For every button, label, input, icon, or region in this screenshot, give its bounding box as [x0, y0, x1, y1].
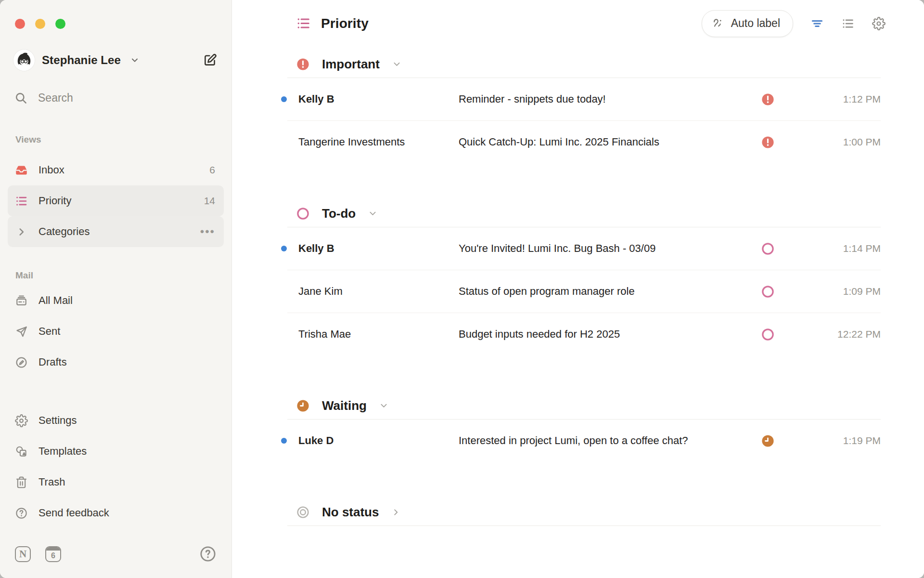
email-row[interactable]: Kelly B You're Invited! Lumi Inc. Bug Ba… [287, 227, 881, 270]
sidebar-item-label: Trash [38, 476, 65, 488]
email-time: 1:00 PM [799, 136, 881, 148]
group-label: Important [322, 57, 380, 72]
email-row[interactable]: Tangerine Investments Quick Catch-Up: Lu… [287, 120, 881, 163]
group-todo: To-do Kelly B You're Invited! Lumi Inc. … [287, 200, 881, 355]
todo-badge-icon[interactable] [761, 285, 775, 299]
user-name: Stephanie Lee [42, 53, 121, 67]
search-input[interactable]: Search [8, 90, 224, 105]
email-sender: Trisha Mae [298, 328, 459, 341]
gear-icon[interactable] [872, 17, 886, 30]
sidebar-item-label: Templates [38, 445, 87, 458]
help-circle-icon [15, 507, 28, 520]
filter-icon[interactable] [810, 17, 824, 30]
group-header-todo[interactable]: To-do [287, 200, 881, 227]
unread-dot [281, 438, 287, 444]
email-row[interactable]: Trisha Mae Budget inputs needed for H2 2… [287, 313, 881, 355]
important-badge-icon[interactable] [761, 92, 775, 106]
page-title: Priority [321, 16, 369, 31]
zoom-window-button[interactable] [55, 19, 65, 29]
email-time: 12:22 PM [799, 328, 881, 340]
sidebar-item-all-mail[interactable]: All Mail [8, 285, 224, 316]
sidebar-item-label: Drafts [38, 356, 67, 368]
sidebar-item-drafts[interactable]: Drafts [8, 347, 224, 378]
sidebar-item-send-feedback[interactable]: Send feedback [8, 498, 224, 528]
important-badge-icon[interactable] [761, 135, 775, 149]
group-no-status: No status [287, 499, 881, 526]
auto-label-wand-icon [712, 17, 725, 30]
account-switcher[interactable]: Stephanie Lee [8, 50, 224, 71]
chevron-down-icon[interactable] [379, 401, 388, 410]
sidebar: Stephanie Lee Search Views [0, 0, 232, 578]
email-row[interactable]: Jane Kim Status of open program manager … [287, 270, 881, 313]
window-controls [8, 0, 224, 29]
views-section-label: Views [15, 134, 224, 146]
chevron-right-icon[interactable] [15, 225, 28, 238]
sent-icon [15, 325, 28, 338]
email-time: 1:12 PM [799, 93, 881, 105]
avatar [13, 50, 35, 71]
main-header: Priority Auto label [232, 0, 924, 47]
auto-label-button[interactable]: Auto label [702, 10, 793, 37]
close-window-button[interactable] [15, 19, 25, 29]
sidebar-item-categories[interactable]: Categories ••• [8, 216, 224, 247]
email-subject: Quick Catch-Up: Lumi Inc. 2025 Financial… [459, 136, 659, 148]
chevron-right-icon[interactable] [391, 508, 400, 517]
chevron-down-icon [130, 55, 140, 65]
group-header-waiting[interactable]: Waiting [287, 392, 881, 419]
email-subject: Budget inputs needed for H2 2025 [459, 328, 620, 341]
priority-list-icon [296, 16, 311, 31]
todo-badge-icon[interactable] [761, 328, 775, 342]
sidebar-item-inbox[interactable]: Inbox 6 [8, 155, 224, 185]
email-subject: Status of open program manager role [459, 285, 635, 298]
notion-logo-icon[interactable]: N [15, 546, 31, 562]
search-placeholder: Search [38, 92, 73, 105]
sidebar-item-trash[interactable]: Trash [8, 467, 224, 498]
sidebar-item-label: All Mail [38, 294, 73, 307]
sidebar-item-label: Sent [38, 325, 60, 338]
main-panel: Priority Auto label [232, 0, 924, 578]
sidebar-item-priority[interactable]: Priority 14 [8, 185, 224, 216]
email-time: 1:19 PM [799, 435, 881, 447]
group-header-no-status[interactable]: No status [287, 499, 881, 525]
divider [287, 525, 881, 526]
email-time: 1:09 PM [799, 286, 881, 297]
more-icon[interactable]: ••• [200, 229, 215, 234]
all-mail-icon [15, 294, 28, 307]
sidebar-item-settings[interactable]: Settings [8, 405, 224, 436]
list-view-icon[interactable] [841, 17, 855, 30]
compose-icon[interactable] [203, 53, 217, 67]
sidebar-item-label: Send feedback [38, 507, 109, 519]
priority-list-icon [15, 195, 28, 208]
email-sender: Kelly B [298, 93, 459, 105]
chevron-down-icon[interactable] [392, 60, 401, 69]
email-sender: Luke D [298, 434, 459, 447]
sidebar-item-count: 14 [204, 195, 215, 207]
calendar-icon[interactable]: 6 [45, 546, 61, 562]
mail-app-window: Stephanie Lee Search Views [0, 0, 924, 578]
help-icon[interactable] [200, 546, 216, 562]
search-icon [14, 92, 27, 105]
todo-badge-icon[interactable] [761, 242, 775, 256]
group-label: Waiting [322, 398, 367, 413]
important-status-icon [296, 57, 310, 71]
drafts-icon [15, 356, 28, 369]
group-label: No status [322, 505, 379, 520]
email-time: 1:14 PM [799, 243, 881, 254]
auto-label-button-label: Auto label [731, 17, 780, 30]
sidebar-item-label: Categories [38, 225, 90, 238]
email-row[interactable]: Kelly B Reminder - snippets due today! 1… [287, 78, 881, 120]
group-label: To-do [322, 206, 356, 221]
email-row[interactable]: Luke D Interested in project Lumi, open … [287, 420, 881, 462]
chevron-down-icon[interactable] [368, 209, 377, 218]
email-sender: Kelly B [298, 242, 459, 255]
group-waiting: Waiting Luke D Interested in project Lum… [287, 392, 881, 462]
email-subject: Reminder - snippets due today! [459, 93, 606, 105]
inbox-icon [15, 164, 28, 177]
minimize-window-button[interactable] [35, 19, 45, 29]
waiting-badge-icon[interactable] [761, 434, 775, 448]
sidebar-item-sent[interactable]: Sent [8, 316, 224, 347]
sidebar-item-templates[interactable]: Templates [8, 436, 224, 467]
group-important: Important Kelly B Reminder - snippets du… [287, 51, 881, 163]
group-header-important[interactable]: Important [287, 51, 881, 78]
trash-icon [15, 476, 28, 489]
